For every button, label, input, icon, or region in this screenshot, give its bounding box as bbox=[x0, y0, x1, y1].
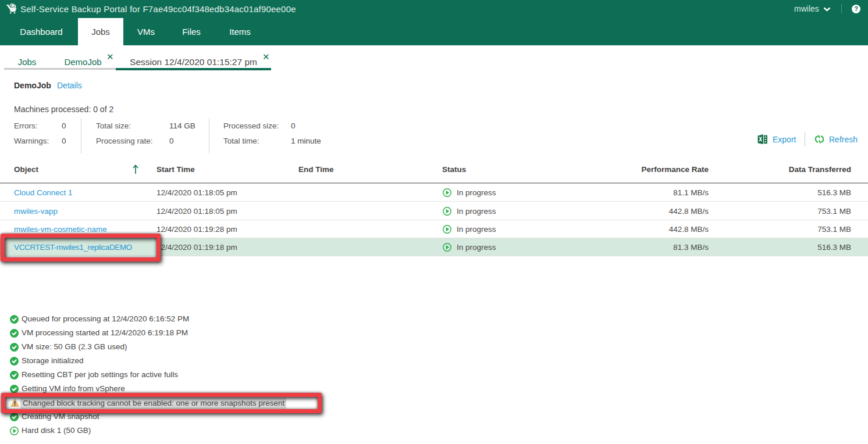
svg-text:?: ? bbox=[854, 5, 858, 12]
